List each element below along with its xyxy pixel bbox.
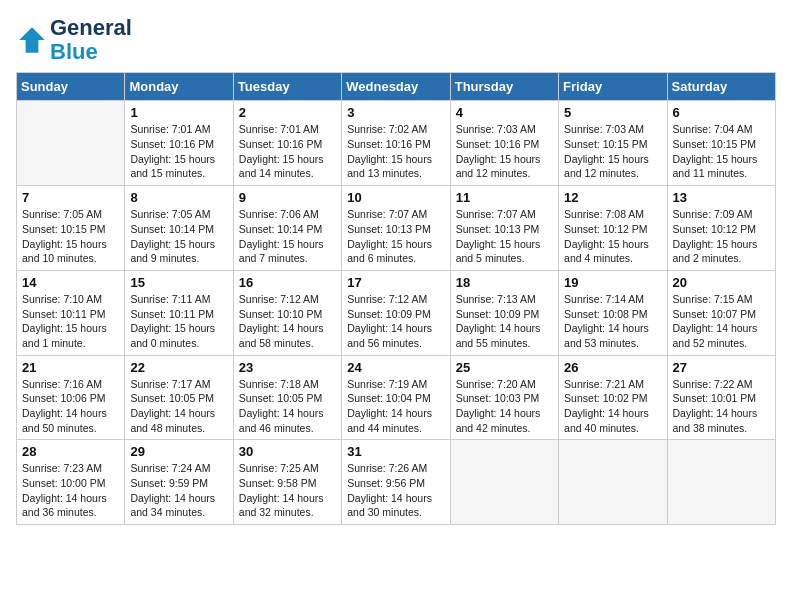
calendar-table: SundayMondayTuesdayWednesdayThursdayFrid… bbox=[16, 72, 776, 525]
calendar-cell: 2Sunrise: 7:01 AM Sunset: 10:16 PM Dayli… bbox=[233, 101, 341, 186]
day-info: Sunrise: 7:18 AM Sunset: 10:05 PM Daylig… bbox=[239, 377, 336, 436]
calendar-cell: 18Sunrise: 7:13 AM Sunset: 10:09 PM Dayl… bbox=[450, 270, 558, 355]
calendar-cell: 6Sunrise: 7:04 AM Sunset: 10:15 PM Dayli… bbox=[667, 101, 775, 186]
logo-text: GeneralBlue bbox=[50, 16, 132, 64]
calendar-cell: 26Sunrise: 7:21 AM Sunset: 10:02 PM Dayl… bbox=[559, 355, 667, 440]
svg-marker-0 bbox=[19, 27, 45, 53]
day-info: Sunrise: 7:19 AM Sunset: 10:04 PM Daylig… bbox=[347, 377, 444, 436]
day-info: Sunrise: 7:12 AM Sunset: 10:09 PM Daylig… bbox=[347, 292, 444, 351]
calendar-cell: 28Sunrise: 7:23 AM Sunset: 10:00 PM Dayl… bbox=[17, 440, 125, 525]
calendar-cell: 17Sunrise: 7:12 AM Sunset: 10:09 PM Dayl… bbox=[342, 270, 450, 355]
day-number: 8 bbox=[130, 190, 227, 205]
day-info: Sunrise: 7:08 AM Sunset: 10:12 PM Daylig… bbox=[564, 207, 661, 266]
day-number: 20 bbox=[673, 275, 770, 290]
day-info: Sunrise: 7:05 AM Sunset: 10:15 PM Daylig… bbox=[22, 207, 119, 266]
day-info: Sunrise: 7:20 AM Sunset: 10:03 PM Daylig… bbox=[456, 377, 553, 436]
calendar-cell bbox=[450, 440, 558, 525]
day-info: Sunrise: 7:25 AM Sunset: 9:58 PM Dayligh… bbox=[239, 461, 336, 520]
day-info: Sunrise: 7:22 AM Sunset: 10:01 PM Daylig… bbox=[673, 377, 770, 436]
day-info: Sunrise: 7:14 AM Sunset: 10:08 PM Daylig… bbox=[564, 292, 661, 351]
weekday-header-row: SundayMondayTuesdayWednesdayThursdayFrid… bbox=[17, 73, 776, 101]
day-number: 24 bbox=[347, 360, 444, 375]
day-number: 15 bbox=[130, 275, 227, 290]
day-number: 26 bbox=[564, 360, 661, 375]
calendar-body: 1Sunrise: 7:01 AM Sunset: 10:16 PM Dayli… bbox=[17, 101, 776, 525]
day-number: 5 bbox=[564, 105, 661, 120]
day-number: 23 bbox=[239, 360, 336, 375]
logo-icon bbox=[16, 24, 48, 56]
calendar-cell: 22Sunrise: 7:17 AM Sunset: 10:05 PM Dayl… bbox=[125, 355, 233, 440]
calendar-cell: 1Sunrise: 7:01 AM Sunset: 10:16 PM Dayli… bbox=[125, 101, 233, 186]
day-info: Sunrise: 7:03 AM Sunset: 10:16 PM Daylig… bbox=[456, 122, 553, 181]
calendar-cell: 9Sunrise: 7:06 AM Sunset: 10:14 PM Dayli… bbox=[233, 186, 341, 271]
day-info: Sunrise: 7:13 AM Sunset: 10:09 PM Daylig… bbox=[456, 292, 553, 351]
calendar-week-4: 21Sunrise: 7:16 AM Sunset: 10:06 PM Dayl… bbox=[17, 355, 776, 440]
calendar-cell: 12Sunrise: 7:08 AM Sunset: 10:12 PM Dayl… bbox=[559, 186, 667, 271]
calendar-cell bbox=[17, 101, 125, 186]
day-info: Sunrise: 7:10 AM Sunset: 10:11 PM Daylig… bbox=[22, 292, 119, 351]
calendar-week-3: 14Sunrise: 7:10 AM Sunset: 10:11 PM Dayl… bbox=[17, 270, 776, 355]
day-number: 29 bbox=[130, 444, 227, 459]
calendar-cell: 7Sunrise: 7:05 AM Sunset: 10:15 PM Dayli… bbox=[17, 186, 125, 271]
calendar-cell: 27Sunrise: 7:22 AM Sunset: 10:01 PM Dayl… bbox=[667, 355, 775, 440]
calendar-cell: 25Sunrise: 7:20 AM Sunset: 10:03 PM Dayl… bbox=[450, 355, 558, 440]
day-info: Sunrise: 7:24 AM Sunset: 9:59 PM Dayligh… bbox=[130, 461, 227, 520]
day-number: 22 bbox=[130, 360, 227, 375]
day-number: 10 bbox=[347, 190, 444, 205]
day-info: Sunrise: 7:15 AM Sunset: 10:07 PM Daylig… bbox=[673, 292, 770, 351]
calendar-cell bbox=[667, 440, 775, 525]
calendar-cell: 5Sunrise: 7:03 AM Sunset: 10:15 PM Dayli… bbox=[559, 101, 667, 186]
day-info: Sunrise: 7:05 AM Sunset: 10:14 PM Daylig… bbox=[130, 207, 227, 266]
calendar-cell: 24Sunrise: 7:19 AM Sunset: 10:04 PM Dayl… bbox=[342, 355, 450, 440]
day-number: 28 bbox=[22, 444, 119, 459]
day-number: 14 bbox=[22, 275, 119, 290]
calendar-cell: 21Sunrise: 7:16 AM Sunset: 10:06 PM Dayl… bbox=[17, 355, 125, 440]
weekday-thursday: Thursday bbox=[450, 73, 558, 101]
day-number: 13 bbox=[673, 190, 770, 205]
day-info: Sunrise: 7:06 AM Sunset: 10:14 PM Daylig… bbox=[239, 207, 336, 266]
day-number: 3 bbox=[347, 105, 444, 120]
day-number: 30 bbox=[239, 444, 336, 459]
day-number: 16 bbox=[239, 275, 336, 290]
day-info: Sunrise: 7:17 AM Sunset: 10:05 PM Daylig… bbox=[130, 377, 227, 436]
logo: GeneralBlue bbox=[16, 16, 132, 64]
calendar-cell: 3Sunrise: 7:02 AM Sunset: 10:16 PM Dayli… bbox=[342, 101, 450, 186]
day-number: 17 bbox=[347, 275, 444, 290]
day-number: 11 bbox=[456, 190, 553, 205]
weekday-friday: Friday bbox=[559, 73, 667, 101]
weekday-tuesday: Tuesday bbox=[233, 73, 341, 101]
calendar-cell: 4Sunrise: 7:03 AM Sunset: 10:16 PM Dayli… bbox=[450, 101, 558, 186]
calendar-cell: 30Sunrise: 7:25 AM Sunset: 9:58 PM Dayli… bbox=[233, 440, 341, 525]
weekday-monday: Monday bbox=[125, 73, 233, 101]
day-number: 2 bbox=[239, 105, 336, 120]
calendar-week-2: 7Sunrise: 7:05 AM Sunset: 10:15 PM Dayli… bbox=[17, 186, 776, 271]
day-number: 19 bbox=[564, 275, 661, 290]
day-number: 7 bbox=[22, 190, 119, 205]
calendar-cell: 15Sunrise: 7:11 AM Sunset: 10:11 PM Dayl… bbox=[125, 270, 233, 355]
day-info: Sunrise: 7:11 AM Sunset: 10:11 PM Daylig… bbox=[130, 292, 227, 351]
day-number: 18 bbox=[456, 275, 553, 290]
calendar-week-1: 1Sunrise: 7:01 AM Sunset: 10:16 PM Dayli… bbox=[17, 101, 776, 186]
day-info: Sunrise: 7:04 AM Sunset: 10:15 PM Daylig… bbox=[673, 122, 770, 181]
day-number: 6 bbox=[673, 105, 770, 120]
calendar-cell: 19Sunrise: 7:14 AM Sunset: 10:08 PM Dayl… bbox=[559, 270, 667, 355]
weekday-saturday: Saturday bbox=[667, 73, 775, 101]
day-info: Sunrise: 7:07 AM Sunset: 10:13 PM Daylig… bbox=[347, 207, 444, 266]
calendar-cell: 20Sunrise: 7:15 AM Sunset: 10:07 PM Dayl… bbox=[667, 270, 775, 355]
day-info: Sunrise: 7:16 AM Sunset: 10:06 PM Daylig… bbox=[22, 377, 119, 436]
calendar-cell: 16Sunrise: 7:12 AM Sunset: 10:10 PM Dayl… bbox=[233, 270, 341, 355]
calendar-cell: 29Sunrise: 7:24 AM Sunset: 9:59 PM Dayli… bbox=[125, 440, 233, 525]
day-info: Sunrise: 7:12 AM Sunset: 10:10 PM Daylig… bbox=[239, 292, 336, 351]
day-info: Sunrise: 7:09 AM Sunset: 10:12 PM Daylig… bbox=[673, 207, 770, 266]
calendar-cell: 14Sunrise: 7:10 AM Sunset: 10:11 PM Dayl… bbox=[17, 270, 125, 355]
day-info: Sunrise: 7:26 AM Sunset: 9:56 PM Dayligh… bbox=[347, 461, 444, 520]
day-info: Sunrise: 7:01 AM Sunset: 10:16 PM Daylig… bbox=[239, 122, 336, 181]
day-number: 1 bbox=[130, 105, 227, 120]
day-number: 4 bbox=[456, 105, 553, 120]
calendar-cell: 10Sunrise: 7:07 AM Sunset: 10:13 PM Dayl… bbox=[342, 186, 450, 271]
calendar-cell bbox=[559, 440, 667, 525]
day-number: 25 bbox=[456, 360, 553, 375]
calendar-cell: 11Sunrise: 7:07 AM Sunset: 10:13 PM Dayl… bbox=[450, 186, 558, 271]
day-number: 31 bbox=[347, 444, 444, 459]
day-number: 9 bbox=[239, 190, 336, 205]
